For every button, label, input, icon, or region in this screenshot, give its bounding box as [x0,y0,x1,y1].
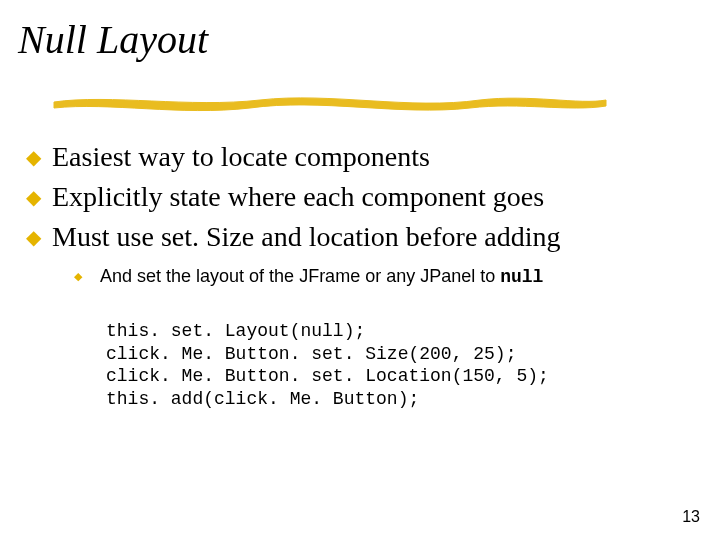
bullet-item: ◆Explicitly state where each component g… [48,178,668,216]
code-line: click. Me. Button. set. Size(200, 25); [106,344,516,364]
bullet-item: ◆Must use set. Size and location before … [48,218,668,256]
page-number: 13 [682,508,700,526]
code-line: click. Me. Button. set. Location(150, 5)… [106,366,549,386]
bullet-text: Must use set. Size and location before a… [52,221,561,252]
inline-code: null [500,267,543,287]
code-block: this. set. Layout(null); click. Me. Butt… [106,320,549,410]
slide-title: Null Layout [18,18,208,62]
slide: Null Layout ◆Easiest way to locate compo… [0,0,720,540]
bullet-list: ◆Easiest way to locate components ◆Expli… [48,138,668,290]
sub-bullet-text: And set the layout of the JFrame or any … [100,266,500,286]
sub-bullet-item: ◆And set the layout of the JFrame or any… [92,265,668,289]
code-line: this. set. Layout(null); [106,321,365,341]
bullet-text: Easiest way to locate components [52,141,430,172]
code-line: this. add(click. Me. Button); [106,389,419,409]
bullet-item: ◆Easiest way to locate components [48,138,668,176]
bullet-text: Explicitly state where each component go… [52,181,544,212]
title-underline [50,88,610,114]
